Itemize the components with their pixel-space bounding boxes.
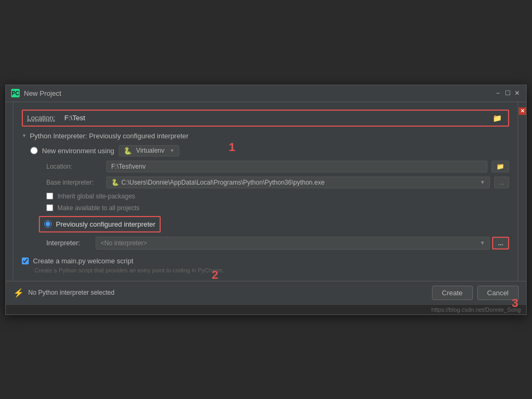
window-controls: − ☐ ✕ [494, 89, 521, 97]
right-sidebar-icon: ✕ [519, 107, 526, 115]
virtualenv-dropdown[interactable]: 🐍 Virtualenv ▼ [119, 145, 179, 156]
venv-location-label: Location: [46, 163, 102, 170]
welcome-script-row: Create a main.py welcome script [22, 257, 509, 265]
inherit-checkbox[interactable] [46, 193, 53, 200]
main-content: Location: 📁 ▼ Python Interpreter: Previo… [13, 102, 518, 281]
previously-configured-label[interactable]: Previously configured interpreter [56, 220, 155, 228]
right-sidebar: ✕ [518, 102, 526, 281]
make-available-label[interactable]: Make available to all projects [57, 204, 139, 212]
url-bar: https://blog.csdn.net/Donnie_Song [6, 304, 526, 314]
base-interpreter-arrow-icon: ▼ [480, 179, 485, 185]
minimize-button[interactable]: − [494, 89, 502, 97]
maximize-button[interactable]: ☐ [504, 89, 511, 97]
interpreter-field-label: Interpreter: [46, 239, 92, 247]
inherit-checkbox-row: Inherit global site-packages [30, 193, 509, 200]
welcome-script-description: Create a Python script that provides an … [22, 267, 509, 273]
interpreter-select-value: <No interpreter> [101, 239, 480, 247]
interpreter-select-wrap: <No interpreter> ▼ ... [96, 237, 509, 250]
close-button[interactable]: ✕ [513, 89, 521, 97]
interpreter-section-header[interactable]: ▼ Python Interpreter: Previously configu… [22, 132, 509, 140]
status-bar: ⚡ No Python interpreter selected Create … [6, 281, 526, 304]
welcome-script-label[interactable]: Create a main.py welcome script [33, 257, 134, 265]
cancel-button[interactable]: Cancel [477, 286, 519, 300]
new-environment-label[interactable]: New environment using [42, 147, 114, 155]
base-interpreter-row: Base interpreter: 🐍 C:\Users\Donnie\AppD… [30, 177, 509, 188]
venv-browse-button[interactable]: 📁 [492, 161, 509, 172]
base-interpreter-browse-button[interactable]: ... [494, 177, 509, 188]
interpreter-section: New environment using 🐍 Virtualenv ▼ Loc… [22, 145, 509, 250]
location-input[interactable] [64, 114, 491, 122]
window-title: New Project [24, 89, 494, 97]
title-bar: PC New Project − ☐ ✕ [6, 85, 526, 102]
base-interpreter-dropdown[interactable]: 🐍 C:\Users\Donnie\AppData\Local\Programs… [106, 177, 490, 188]
base-interpreter-label: Base interpreter: [46, 179, 102, 186]
app-icon: PC [11, 89, 20, 97]
url-text: https://blog.csdn.net/Donnie_Song [431, 306, 521, 313]
new-project-dialog: PC New Project − ☐ ✕ Location: 📁 [5, 85, 527, 315]
sidebar-indicator [6, 107, 13, 139]
previously-configured-row: Previously configured interpreter [39, 216, 161, 232]
virtualenv-label: Virtualenv [136, 147, 164, 154]
window-body: Location: 📁 ▼ Python Interpreter: Previo… [6, 102, 526, 281]
make-available-checkbox-row: Make available to all projects [30, 204, 509, 212]
venv-location-row: Location: 📁 [30, 161, 509, 172]
welcome-script-section: Create a main.py welcome script Create a… [22, 257, 509, 273]
left-sidebar [6, 102, 13, 281]
interpreter-selector-row: Interpreter: <No interpreter> ▼ ... [30, 237, 509, 250]
location-row: Location: 📁 [22, 110, 509, 127]
interpreter-select[interactable]: <No interpreter> ▼ [96, 237, 490, 250]
collapse-triangle-icon: ▼ [22, 133, 27, 138]
base-interpreter-value: C:\Users\Donnie\AppData\Local\Programs\P… [121, 179, 480, 186]
footer-buttons: Create Cancel [432, 286, 519, 300]
previously-configured-radio[interactable] [44, 220, 52, 228]
status-text: No Python interpreter selected [28, 289, 114, 296]
welcome-script-checkbox[interactable] [22, 257, 29, 264]
inherit-label[interactable]: Inherit global site-packages [57, 193, 135, 200]
location-label: Location: [27, 114, 64, 122]
interpreter-dropdown-arrow-icon: ▼ [480, 240, 485, 246]
make-available-checkbox[interactable] [46, 204, 53, 211]
location-browse-button[interactable]: 📁 [491, 114, 504, 122]
interpreter-section-title: Python Interpreter: Previously configure… [30, 132, 188, 140]
new-environment-row: New environment using 🐍 Virtualenv ▼ [30, 145, 509, 156]
venv-location-input[interactable] [106, 161, 487, 172]
new-environment-radio[interactable] [30, 147, 38, 154]
warning-icon: ⚡ [13, 288, 24, 298]
interpreter-browse-button[interactable]: ... [492, 237, 509, 250]
create-button[interactable]: Create [432, 286, 473, 300]
